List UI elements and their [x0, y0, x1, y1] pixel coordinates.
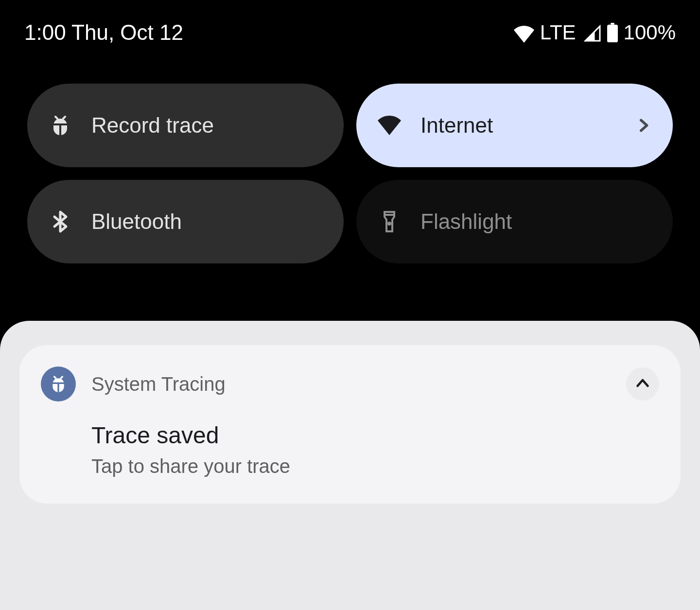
- wifi-icon: [378, 114, 401, 137]
- svg-rect-6: [52, 383, 65, 384]
- notification-header: System Tracing: [41, 366, 659, 401]
- notifications-panel: System Tracing Trace saved Tap to share …: [0, 321, 700, 610]
- flashlight-icon: [378, 210, 401, 233]
- wifi-icon: [514, 24, 534, 41]
- svg-rect-2: [52, 123, 68, 125]
- svg-rect-7: [57, 384, 59, 392]
- notification-subtitle: Tap to share your trace: [91, 455, 659, 477]
- flashlight-tile[interactable]: Flashlight: [356, 180, 673, 263]
- notification-body: Trace saved Tap to share your trace: [41, 422, 659, 477]
- svg-point-5: [388, 223, 390, 225]
- svg-rect-0: [611, 23, 614, 25]
- battery-percentage: 100%: [624, 21, 676, 44]
- bug-icon: [49, 114, 72, 137]
- notification-title: Trace saved: [91, 422, 659, 449]
- quick-settings-tiles: Record trace Internet Bluetooth Flashlig…: [0, 54, 700, 263]
- chevron-up-icon: [634, 374, 651, 394]
- collapse-button[interactable]: [626, 367, 659, 401]
- bluetooth-icon: [49, 210, 72, 233]
- record-trace-label: Record trace: [91, 113, 322, 138]
- status-bar: 1:00 Thu, Oct 12 LTE 100%: [0, 0, 700, 54]
- flashlight-label: Flashlight: [420, 209, 651, 234]
- bluetooth-tile[interactable]: Bluetooth: [27, 180, 344, 263]
- status-time-date: 1:00 Thu, Oct 12: [24, 20, 183, 45]
- status-indicators: LTE 100%: [514, 21, 676, 44]
- notification-app-name: System Tracing: [91, 373, 611, 395]
- internet-tile[interactable]: Internet: [356, 84, 673, 167]
- system-tracing-app-icon: [41, 366, 76, 401]
- svg-rect-3: [59, 125, 61, 135]
- bluetooth-label: Bluetooth: [91, 209, 322, 234]
- notification-card[interactable]: System Tracing Trace saved Tap to share …: [19, 345, 681, 504]
- record-trace-tile[interactable]: Record trace: [27, 84, 344, 167]
- chevron-right-icon: [636, 118, 651, 133]
- svg-rect-1: [607, 25, 618, 43]
- battery-icon: [607, 23, 618, 42]
- signal-icon: [584, 24, 601, 41]
- internet-label: Internet: [420, 113, 616, 138]
- network-type-label: LTE: [540, 21, 576, 44]
